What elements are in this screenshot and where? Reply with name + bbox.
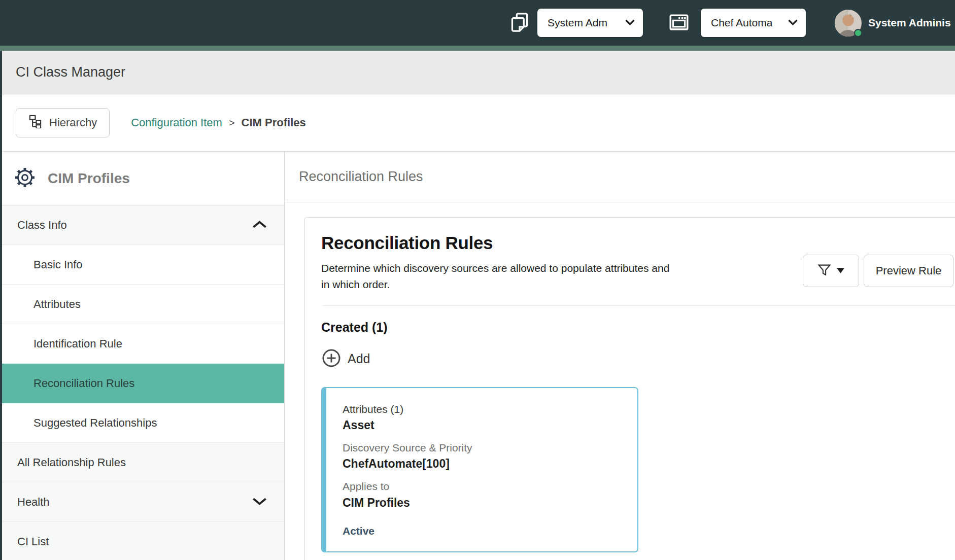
sidebar-item-label: Basic Info — [33, 258, 83, 271]
sidebar-item-ci-list[interactable]: CI List — [2, 522, 284, 560]
toolbar-row: Hierarchy Configuration Item > CIM Profi… — [2, 94, 955, 151]
page-title-bar: CI Class Manager — [2, 51, 955, 94]
app-frame: CI Class Manager Hierarchy Configuration… — [0, 51, 955, 560]
sidebar-item-label: Identification Rule — [33, 337, 122, 351]
add-rule-button[interactable]: Add — [321, 348, 370, 370]
rule-applies-value: CIM Profiles — [343, 496, 625, 511]
chevron-down-icon — [252, 496, 267, 509]
rule-applies-label: Applies to — [343, 479, 625, 493]
plus-circle-icon — [321, 348, 342, 370]
reconciliation-rule-card[interactable]: Attributes (1) Asset Discovery Source & … — [321, 387, 638, 552]
main-body: Reconciliation Rules Determine which dis… — [285, 202, 955, 560]
rule-status-badge: Active — [343, 525, 625, 537]
section-title: Reconciliation Rules — [299, 169, 423, 185]
chevron-up-icon — [252, 219, 267, 232]
accent-band — [0, 46, 955, 51]
sidebar-item-label: CI List — [17, 535, 49, 548]
chevron-down-icon — [625, 18, 635, 27]
panel-title: Reconciliation Rules — [321, 233, 955, 253]
breadcrumb: Configuration Item > CIM Profiles — [131, 116, 306, 129]
sidebar-item-health[interactable]: Health — [2, 482, 284, 522]
sidebar-item-identification-rule[interactable]: Identification Rule — [2, 324, 284, 364]
sidebar-item-label: Health — [17, 496, 50, 509]
online-status-dot — [854, 29, 862, 37]
main-pane: Reconciliation Rules Reconciliation Rule… — [285, 152, 955, 560]
class-sidebar: CIM Profiles Class Info Basic Info Attri… — [2, 152, 285, 560]
sidebar-item-label: All Relationship Rules — [17, 456, 126, 469]
sidebar-item-reconciliation-rules[interactable]: Reconciliation Rules — [2, 364, 284, 403]
user-name-label: System Adminis — [868, 17, 951, 29]
preview-rule-button[interactable]: Preview Rule — [864, 255, 953, 287]
created-heading: Created (1) — [321, 320, 955, 335]
top-nav-bar: System Adm Chef Automa — [0, 0, 955, 46]
topbar-actions: System Adm Chef Automa — [511, 0, 951, 46]
rule-source-value: ChefAutomate[100] — [343, 457, 625, 472]
page-title: CI Class Manager — [16, 64, 125, 80]
rule-attributes-label: Attributes (1) — [343, 402, 625, 416]
update-set-picker-button[interactable] — [511, 13, 528, 33]
caret-down-icon — [837, 267, 844, 275]
window-icon — [669, 14, 689, 32]
user-avatar[interactable] — [835, 10, 862, 37]
hierarchy-tree-icon — [28, 115, 42, 131]
update-set-dropdown[interactable]: System Adm — [537, 9, 643, 37]
rule-source-label: Discovery Source & Priority — [343, 441, 625, 454]
sidebar-item-attributes[interactable]: Attributes — [2, 285, 284, 324]
content-panes: CIM Profiles Class Info Basic Info Attri… — [2, 151, 955, 560]
update-set-dropdown-label: System Adm — [548, 17, 607, 29]
sidebar-item-basic-info[interactable]: Basic Info — [2, 245, 284, 285]
sidebar-item-class-info[interactable]: Class Info — [2, 205, 284, 245]
sidebar-item-label: Class Info — [17, 219, 67, 232]
reconciliation-rules-panel: Reconciliation Rules Determine which dis… — [304, 217, 955, 560]
panel-actions: Preview Rule — [803, 255, 953, 287]
hierarchy-button[interactable]: Hierarchy — [16, 108, 110, 137]
sidebar-class-title: CIM Profiles — [48, 170, 130, 187]
panel-description: Determine which discovery sources are al… — [321, 260, 671, 292]
chevron-down-icon — [788, 18, 798, 27]
section-header: Reconciliation Rules — [285, 152, 955, 202]
gear-icon — [13, 166, 37, 191]
filter-funnel-icon — [817, 263, 831, 278]
application-dropdown[interactable]: Chef Automa — [701, 9, 806, 37]
add-button-label: Add — [348, 352, 370, 366]
rule-attributes-value: Asset — [343, 418, 625, 433]
panel-divider — [322, 305, 955, 306]
sidebar-item-label: Attributes — [33, 298, 81, 311]
application-picker-button[interactable] — [669, 14, 689, 32]
filter-button[interactable] — [803, 255, 859, 287]
breadcrumb-separator: > — [229, 117, 235, 129]
sidebar-item-all-relationship-rules[interactable]: All Relationship Rules — [2, 443, 284, 482]
sidebar-item-suggested-relationships[interactable]: Suggested Relationships — [2, 403, 284, 443]
breadcrumb-parent-link[interactable]: Configuration Item — [131, 116, 222, 129]
pages-icon — [511, 13, 528, 33]
application-dropdown-label: Chef Automa — [711, 17, 772, 29]
sidebar-item-label: Suggested Relationships — [33, 416, 157, 430]
hierarchy-button-label: Hierarchy — [49, 116, 97, 129]
breadcrumb-current: CIM Profiles — [242, 116, 306, 129]
sidebar-item-label: Reconciliation Rules — [33, 377, 134, 390]
sidebar-header: CIM Profiles — [2, 152, 284, 205]
